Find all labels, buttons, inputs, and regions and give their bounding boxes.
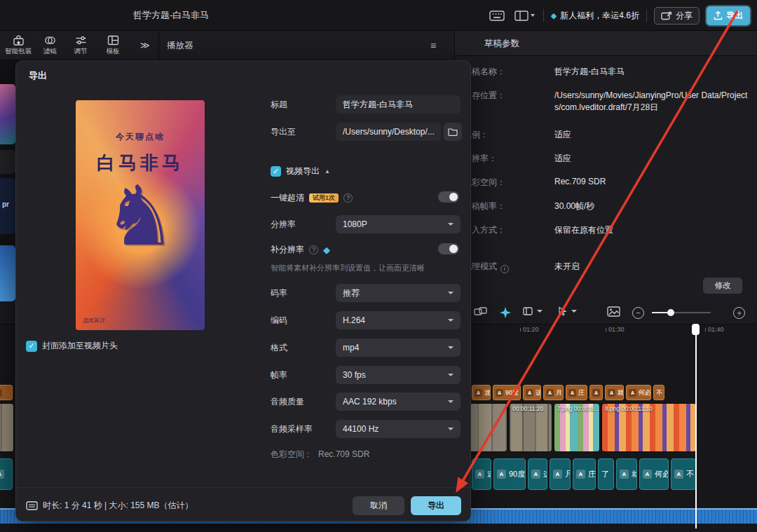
text-clip[interactable]: A月 <box>543 385 564 400</box>
video-export-label: 视频导出 <box>286 165 320 177</box>
field-value: 哲学方题-白马非马 <box>554 66 625 78</box>
text-clip[interactable]: 不 <box>653 385 664 400</box>
subtitle-icon: A <box>643 470 652 479</box>
text-clip[interactable]: A迷 <box>472 385 491 400</box>
draft-field-import: 导入方式： 保留在原有位置 <box>455 224 757 237</box>
text-clip[interactable]: A庄 <box>566 385 587 400</box>
help-icon[interactable]: ? <box>343 193 353 203</box>
media-thumbnail[interactable]: pr <box>0 178 15 234</box>
codec-value: H.264 <box>343 315 365 325</box>
track-merge-button[interactable] <box>474 306 487 317</box>
folder-icon <box>448 128 458 136</box>
media-thumbnail[interactable] <box>0 84 15 144</box>
sample-rate-select[interactable]: 44100 Hz <box>336 420 461 438</box>
destination-row: 导出至 /Users/sunny/Desktop/... <box>16 123 472 141</box>
text-clip[interactable]: A何必 <box>626 385 651 400</box>
dialog-export-button[interactable]: 导出 <box>411 496 461 515</box>
zoom-out-icon: − <box>632 307 644 319</box>
subtitle-clip[interactable]: A何必 <box>639 458 669 490</box>
text-clip[interactable]: A这 <box>523 385 541 400</box>
codec-select[interactable]: H.264 <box>336 311 461 329</box>
help-icon[interactable]: ? <box>309 245 318 254</box>
patch-resolution-toggle[interactable] <box>438 243 459 254</box>
media-clip[interactable]: 8.png 00:00:11:10 <box>601 403 697 452</box>
clip-mode-dropdown[interactable] <box>523 306 543 316</box>
chevron-down-icon <box>448 374 453 376</box>
subtitle-clip[interactable]: A90度 <box>493 458 526 490</box>
audio-quality-select[interactable]: AAC 192 kbps <box>336 393 461 411</box>
framerate-value: 30 fps <box>343 370 366 380</box>
cancel-button[interactable]: 取消 <box>353 496 404 515</box>
playhead-handle[interactable] <box>692 324 700 335</box>
subtitle-clip[interactable]: A庄 <box>573 458 596 490</box>
format-select[interactable]: mp4 <box>336 339 461 357</box>
smart-tool-button[interactable] <box>499 306 512 319</box>
keyboard-shortcuts-button[interactable] <box>488 8 506 24</box>
checkbox-checked-icon[interactable]: ✓ <box>271 166 281 177</box>
text-clip[interactable]: A了 <box>589 385 603 400</box>
audio-quality-value: AAC 192 kbps <box>343 397 397 407</box>
layout-switcher-button[interactable] <box>513 8 536 24</box>
media-thumbnail[interactable] <box>0 150 15 174</box>
browse-folder-button[interactable] <box>444 123 462 141</box>
zoom-slider-knob[interactable] <box>667 309 674 316</box>
subtitle-clip[interactable]: A <box>0 458 13 490</box>
toolbar: 智能包装 滤镜 调节 模板 ≫ <box>0 31 454 60</box>
subtitle-clip[interactable]: A就 <box>616 458 637 490</box>
video-export-section[interactable]: ✓ 视频导出 ▲ <box>271 163 330 179</box>
title-input[interactable]: 哲学方题-白马非马 <box>336 95 461 114</box>
framerate-row: 帧率 30 fps <box>16 366 472 384</box>
framerate-select[interactable]: 30 fps <box>336 366 461 384</box>
tool-adjust[interactable]: 调节 <box>67 34 94 57</box>
divider <box>543 9 544 22</box>
share-button[interactable]: 分享 <box>654 7 700 25</box>
tool-template[interactable]: 模板 <box>100 34 126 57</box>
text-clip[interactable]: A就 <box>605 385 624 400</box>
subtitle-label: 就 <box>632 469 637 479</box>
destination-input[interactable]: /Users/sunny/Desktop/... <box>336 123 441 141</box>
zoom-out-button[interactable]: − <box>632 307 644 319</box>
player-menu-icon[interactable]: ≡ <box>430 31 436 60</box>
export-button-top[interactable]: 导出 <box>707 6 750 25</box>
tool-filter[interactable]: 滤镜 <box>36 34 63 57</box>
subtitle-clip[interactable]: A迷 <box>472 458 491 490</box>
super-clear-toggle[interactable] <box>438 191 459 203</box>
text-clip-label: 这 <box>536 388 541 397</box>
promo-banner[interactable]: ◆ 新人福利，幸运4.6折 <box>551 10 639 22</box>
tool-smart-package[interactable]: 智能包装 <box>1 34 35 57</box>
adjust-icon <box>75 35 87 46</box>
subtitle-clip[interactable]: A月 <box>550 458 571 490</box>
subtitle-clip[interactable]: A这 <box>528 458 547 490</box>
chevron-down-icon <box>448 319 453 322</box>
modify-button[interactable]: 修改 <box>703 278 742 294</box>
subtitle-clip[interactable]: A不 <box>671 458 696 490</box>
select-mode-dropdown[interactable] <box>558 306 577 316</box>
field-value: 未开启 <box>554 261 580 273</box>
media-clip[interactable]: 00:00:11:20 <box>509 403 552 452</box>
ruler-mark: 01:20 <box>520 326 539 333</box>
subtitle-icon: A <box>674 470 683 479</box>
sparkle-icon <box>499 306 512 319</box>
draft-field-resolution: 分辨率： 适应 <box>455 153 757 165</box>
expand-tools-icon[interactable]: ≫ <box>140 31 150 60</box>
media-clip[interactable]: 7.png 00:00:0... <box>554 403 600 452</box>
resolution-select[interactable]: 1080P <box>336 215 461 233</box>
subtitle-icon: A <box>475 470 484 479</box>
codec-row: 编码 H.264 <box>16 311 472 329</box>
clip-name: 8.png <box>605 405 620 412</box>
bitrate-select[interactable]: 推荐 <box>336 284 461 302</box>
cover-preview-button[interactable] <box>607 306 620 317</box>
text-clip[interactable]: A90度 <box>493 385 521 400</box>
collapse-icon[interactable]: ▲ <box>325 168 330 175</box>
patch-resolution-row: 补分辨率 ? ◆ <box>271 242 330 257</box>
zoom-in-button[interactable]: ＋ <box>733 307 745 319</box>
info-icon[interactable]: i <box>500 265 509 273</box>
media-clip[interactable] <box>0 403 14 452</box>
timeline-zoom-slider[interactable] <box>652 312 711 313</box>
subtitle-label: 庄 <box>588 469 596 479</box>
subtitle-clip[interactable]: 了 <box>598 458 614 490</box>
playhead-line[interactable] <box>695 325 697 528</box>
media-thumbnail[interactable] <box>0 245 15 301</box>
text-clip[interactable]: A <box>0 385 13 400</box>
draft-field-name: 草稿名称： 哲学方题-白马非马 <box>455 66 757 79</box>
